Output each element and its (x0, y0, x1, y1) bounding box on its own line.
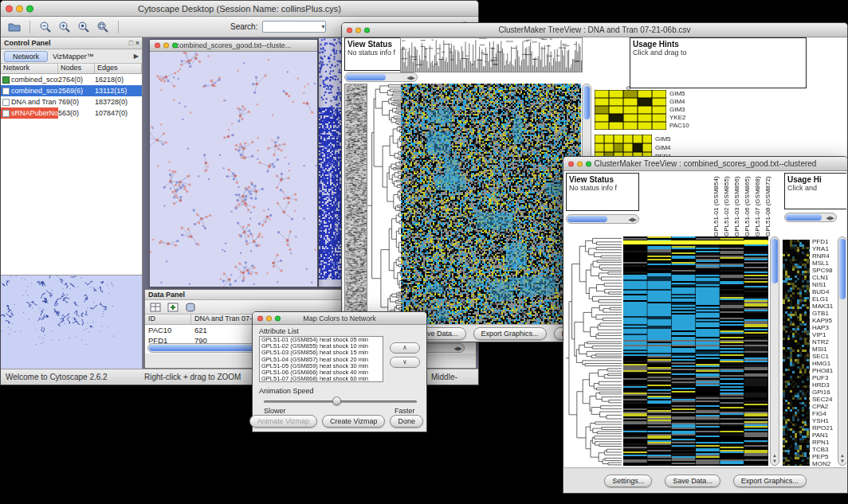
attribute-list-item[interactable]: GPL51-07 (GSM868) heat shock 60 min (260, 376, 383, 382)
gene-label: RNR4 (812, 252, 838, 260)
column-edges[interactable]: Edges (95, 64, 142, 73)
column-network[interactable]: Network (1, 64, 58, 73)
zoom-out-icon[interactable] (38, 20, 53, 34)
attribute-equation-icon[interactable] (183, 300, 198, 315)
move-up-button[interactable]: ∧ (390, 342, 420, 354)
network-nodes-count: 2764(0) (58, 74, 95, 85)
network-list-row[interactable]: sRNAPuberNov2 563(0) 107847(0) (1, 107, 142, 119)
attribute-list[interactable]: GPL51-01 (GSM854) heat shock 05 minGPL51… (259, 336, 383, 382)
hints-panel-scrollbar[interactable]: ◀▶ (784, 213, 837, 222)
network-icon (2, 99, 10, 106)
gene-label: MSI1 (812, 346, 838, 353)
network-view-titlebar[interactable]: combined_scores_good.txt--cluste... (150, 40, 317, 52)
row-dendrogram[interactable] (367, 84, 401, 327)
treeview-button[interactable]: Export Graphics... (733, 475, 807, 487)
open-folder-icon[interactable] (7, 20, 22, 34)
expression-heatmap[interactable] (623, 236, 768, 466)
scrollbar-thumb[interactable] (771, 239, 778, 283)
network-overview-panel[interactable] (1, 275, 142, 369)
scroll-right-icon[interactable]: ◀▶ (453, 344, 462, 353)
close-window-icon[interactable] (155, 43, 160, 49)
select-attributes-icon[interactable] (148, 300, 163, 315)
dialog-button[interactable]: Done (390, 415, 423, 428)
treeview-button[interactable]: Settings... (604, 475, 652, 487)
treeview-combined-title: ClusterMaker TreeView : combined_scores_… (595, 159, 817, 168)
tab-vizmapper[interactable]: VizMapper™ (53, 53, 94, 61)
expression-heatmap[interactable] (401, 84, 581, 327)
dialog-button[interactable]: Animate Vizmap (249, 415, 317, 428)
zoom-window-icon[interactable] (586, 161, 591, 166)
dialog-button[interactable]: Create Vizmap (322, 415, 385, 428)
minimize-window-icon[interactable] (163, 43, 169, 49)
scrollbar-thumb[interactable] (567, 216, 607, 222)
zoom-window-icon[interactable] (26, 5, 33, 12)
gene-label: BUD4 (812, 288, 838, 295)
search-input[interactable]: ▾ (262, 21, 326, 33)
secondary-heatmap[interactable] (783, 240, 810, 466)
network-list-row[interactable]: DNA and Tran 07 769(0) 183728(0) (1, 96, 142, 107)
close-panel-icon[interactable]: × (135, 39, 139, 47)
minimize-window-icon[interactable] (355, 27, 361, 33)
map-colors-title: Map Colors to Network (303, 315, 376, 322)
tab-overflow-icon[interactable]: ▶ (134, 53, 139, 60)
network-list-row[interactable]: combined_sco 2569(6) 13112(15) (1, 85, 142, 96)
minimize-window-icon[interactable] (266, 315, 272, 321)
zoom-in-icon[interactable] (57, 20, 72, 34)
close-window-icon[interactable] (347, 27, 352, 33)
status-panel-scrollbar[interactable]: ◀▶ (566, 214, 639, 224)
global-overview-strip[interactable] (344, 84, 367, 329)
minimize-window-icon[interactable] (577, 161, 583, 166)
close-window-icon[interactable] (257, 315, 263, 321)
zoom-window-icon[interactable] (364, 27, 370, 33)
minimize-window-icon[interactable] (16, 5, 23, 12)
control-panel: Control Panel □ × Network VizMapper™ ▶ N… (1, 37, 143, 369)
zoom-window-icon[interactable] (172, 43, 178, 49)
scrollbar-thumb[interactable] (583, 86, 590, 119)
gene-label-list: PFD1YRA1RNR4MSL1SPC98CLN1NIS1BUD4ELG1MAK… (812, 238, 838, 467)
column-id[interactable]: ID (145, 315, 191, 324)
column-dendrogram[interactable] (400, 37, 583, 72)
tab-network[interactable]: Network (4, 51, 48, 62)
gene-label: YRA1 (812, 245, 838, 252)
network-icon (2, 76, 10, 84)
scrollbar-thumb[interactable] (786, 214, 822, 221)
network-list-row[interactable]: combined_scores 2764(0) 16218(0) (1, 74, 142, 85)
map-colors-titlebar[interactable]: Map Colors to Network (253, 312, 426, 325)
window-controls[interactable] (6, 5, 33, 12)
gene-label: HAP3 (812, 324, 838, 331)
column-nodes[interactable]: Nodes (58, 64, 95, 73)
status-panel-scrollbar[interactable]: ◀▶ (344, 72, 418, 82)
treeview-button[interactable]: Export Graphics... (473, 327, 547, 340)
treeview-button[interactable]: Save Data... (665, 475, 720, 487)
zoom-window-icon[interactable] (275, 315, 281, 321)
treeview-dna-titlebar[interactable]: ClusterMaker TreeView : DNA and Tran 07-… (342, 23, 847, 37)
network-overview-thumbnail[interactable] (1, 275, 141, 368)
network-graph-canvas[interactable] (150, 52, 317, 287)
row-dendrogram[interactable] (566, 236, 622, 466)
scrollbar-thumb[interactable] (346, 74, 386, 80)
map-colors-body: Attribute List GPL51-01 (GSM854) heat sh… (253, 325, 426, 432)
scroll-arrows-icon[interactable]: ◀▶ (826, 213, 834, 222)
gene-list-vscrollbar[interactable]: ▲▼ (838, 236, 846, 466)
float-panel-icon[interactable]: □ (129, 39, 133, 47)
treeview-combined-titlebar[interactable]: ClusterMaker TreeView : combined_scores_… (563, 157, 847, 171)
zoom-selected-icon[interactable] (77, 20, 91, 34)
zoom-fit-icon[interactable] (96, 20, 110, 34)
slider-thumb[interactable] (332, 397, 341, 405)
usage-hints-panel: Usage Hints Click and drag to (630, 37, 807, 88)
scroll-arrows-icon[interactable]: ◀▶ (406, 73, 415, 82)
network-tree-area (1, 119, 142, 275)
status-welcome: Welcome to Cytoscape 2.6.2 (6, 373, 108, 381)
close-window-icon[interactable] (568, 161, 574, 166)
scroll-arrows-icon[interactable]: ▲▼ (838, 453, 846, 464)
heatmap-vscrollbar[interactable]: ▲▼ (770, 236, 779, 466)
move-down-button[interactable]: ∨ (390, 357, 420, 368)
scroll-arrows-icon[interactable]: ▲▼ (771, 453, 779, 464)
create-attribute-icon[interactable] (166, 300, 180, 315)
close-window-icon[interactable] (6, 5, 13, 12)
correlation-matrix-small[interactable] (595, 90, 666, 130)
scroll-arrows-icon[interactable]: ◀▶ (628, 215, 637, 224)
scrollbar-thumb[interactable] (839, 239, 846, 299)
network-edges-count: 16218(0) (95, 74, 142, 85)
cytoscape-titlebar[interactable]: Cytoscape Desktop (Session Name: collins… (1, 1, 478, 17)
